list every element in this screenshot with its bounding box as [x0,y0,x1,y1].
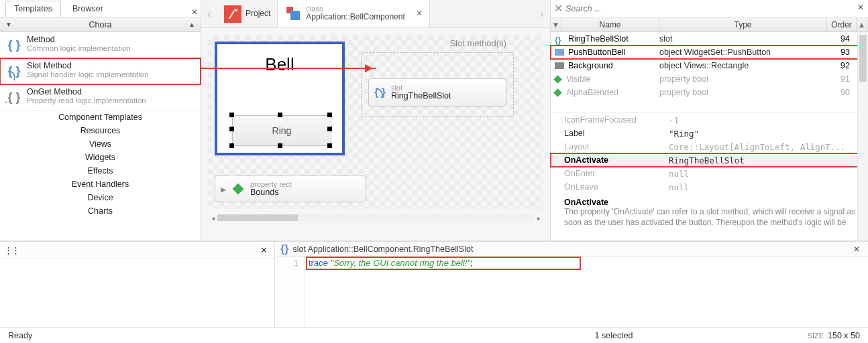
code-editor[interactable]: 1 trace "Sorry, the GUI cannot ring the … [275,257,868,327]
template-item-onget-method[interactable]: { }← OnGet MethodProperty read logic imp… [0,84,201,111]
bounds-chip[interactable]: ▸ property rect Bounds [215,176,366,202]
members-vscroll[interactable] [857,32,868,241]
prop-row[interactable]: Label"Ring" [551,127,868,140]
template-item-method[interactable]: { } MethodCommon logic implementation [0,32,201,58]
member-row[interactable]: Visible property bool91 [551,72,868,86]
property-help: OnActivate The property 'OnActivate' can… [551,194,868,228]
templates-tabbar: Templates Browser ✕ [0,0,201,17]
project-icon [224,5,241,23]
chora-header[interactable]: ▼ Chora ▲ [0,17,201,32]
template-item-slot-method[interactable]: { } Slot MethodSignal handler logic impl… [0,58,201,84]
search-clear-icon[interactable]: ✕ [551,2,565,15]
line-gutter: 1 [275,257,305,327]
tab-browser[interactable]: Browser [64,1,112,17]
category-component-templates[interactable]: Component Templates [0,111,201,124]
status-ready: Ready [8,331,32,340]
bell-component[interactable]: Bell Ring [215,42,345,155]
member-row[interactable]: AlphaBlended property bool90 [551,86,868,99]
prop-row[interactable]: OnEnternull [551,167,868,180]
status-bar: Ready 1 selected SIZE 150 x 50 [0,327,868,343]
status-size-value: 150 x 50 [828,331,860,340]
search-input[interactable] [565,4,868,13]
property-icon [553,75,562,84]
category-effects[interactable]: Effects [0,164,201,178]
help-title: OnActivate [564,198,860,207]
property-icon [553,88,562,97]
status-selection: 1 selected [595,331,633,340]
slot-chip-ringthebell[interactable]: { } slotRingTheBellSlot [368,78,506,107]
category-event-handlers[interactable]: Event Handlers [0,178,201,191]
class-icon [284,5,302,22]
inspector-close-icon[interactable]: ✕ [857,3,864,12]
slot-icon: { } [374,86,386,98]
col-order[interactable]: Order [827,17,857,31]
tab-templates[interactable]: Templates [5,1,61,17]
editor-tab-project[interactable]: Project [217,0,278,27]
col-name[interactable]: Name [561,17,659,31]
panel-close-icon[interactable]: ✕ [851,245,863,254]
editor-nav-back[interactable]: ‹ [201,0,217,27]
editor-tab-class[interactable]: class Application::BellComponent ✕ [278,0,429,27]
members-grid-header: ▼ Name Type Order ▲ [551,17,868,32]
annotation-arrow [200,68,376,69]
code-editor-title [292,245,547,254]
panel-close-icon[interactable]: ✕ [258,245,270,255]
slot-icon: {} [280,243,288,255]
prop-row[interactable]: LayoutCore::Layout[AlignToLeft, AlignT..… [551,140,868,153]
help-desc: The property 'OnActivate' can refer to a… [564,207,860,228]
property-icon [233,184,244,195]
svg-point-1 [237,9,238,10]
ring-button[interactable]: Ring [232,115,331,146]
col-type[interactable]: Type [659,17,827,31]
status-size-label: SIZE [808,332,824,340]
category-views[interactable]: Views [0,137,201,151]
property-grid: IconFrameFocused-1 Label"Ring" LayoutCor… [551,113,868,194]
slot-methods-group: Slot method(s) { } slotRingTheBellSlot [361,52,514,117]
category-widgets[interactable]: Widgets [0,151,201,164]
bell-title: Bell [217,44,342,84]
sort-toggle[interactable]: ▼ [551,17,561,31]
sort-toggle-2[interactable]: ▲ [857,17,867,31]
prop-row-onactivate[interactable]: OnActivateRingTheBellSlot▼ [551,153,868,167]
slot-group-title: Slot method(s) [449,38,506,48]
method-icon: { } [7,35,21,55]
slot-method-icon: { } [7,61,21,81]
editor-nav-forward[interactable]: › [534,0,550,27]
member-row[interactable]: PushButtonBell object WidgetSet::PushBut… [551,46,868,59]
onget-method-icon: { }← [7,87,21,107]
category-device[interactable]: Device [0,191,201,204]
member-row[interactable]: Background object Views::Rectangle92 [551,59,868,72]
member-row[interactable]: {}RingTheBellSlot slot94 [551,32,868,46]
prop-row[interactable]: IconFrameFocused-1 [551,113,868,127]
design-canvas[interactable]: Bell Ring Slot method(s) { } slotRingThe… [208,35,543,209]
category-charts[interactable]: Charts [0,204,201,218]
panel-close-icon[interactable]: ✕ [188,7,201,17]
code-editor-tab[interactable]: {} ✕ [275,242,868,257]
prop-row[interactable]: OnLeavenull [551,180,868,194]
category-resources[interactable]: Resources [0,124,201,137]
members-grid: {}RingTheBellSlot slot94 PushButtonBell … [551,32,868,99]
canvas-hscroll[interactable]: ◂▸ [208,213,543,222]
editor-tab-close-icon[interactable]: ✕ [416,9,423,18]
grip-icon: ⋮⋮ [4,245,19,255]
